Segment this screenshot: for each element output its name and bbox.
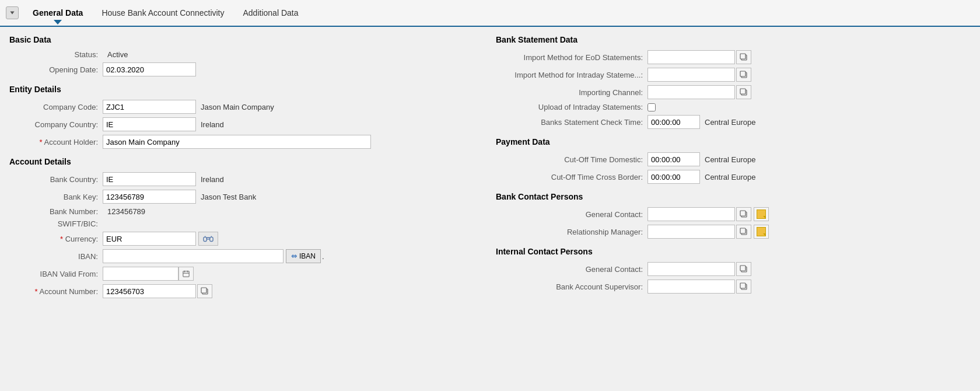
supervisor-label: Bank Account Supervisor: bbox=[496, 282, 648, 291]
bank-country-name: Ireland bbox=[196, 175, 224, 184]
cutoff-domestic-input[interactable] bbox=[648, 152, 700, 166]
tab-house-bank[interactable]: House Bank Account Connectivity bbox=[92, 4, 233, 22]
bank-number-label: Bank Number: bbox=[9, 207, 103, 216]
bank-general-contact-label: General Contact: bbox=[496, 210, 648, 219]
account-number-row: Account Number: bbox=[9, 284, 484, 298]
intraday-row: Import Method for Intraday Stateme...: bbox=[496, 68, 971, 82]
currency-label: Currency: bbox=[9, 235, 103, 243]
internal-general-contact-copy-button[interactable] bbox=[736, 262, 751, 276]
svg-rect-13 bbox=[740, 54, 746, 59]
internal-contact-section: Internal Contact Persons General Contact… bbox=[496, 247, 971, 294]
iban-valid-from-row: IBAN Valid From: bbox=[9, 267, 484, 281]
account-number-input[interactable] bbox=[103, 284, 196, 298]
company-country-name: Ireland bbox=[196, 120, 224, 129]
cutoff-domestic-label: Cut-Off Time Domestic: bbox=[496, 155, 648, 164]
intraday-copy-button[interactable] bbox=[736, 68, 751, 82]
note-icon-2 bbox=[757, 227, 766, 236]
intraday-input[interactable] bbox=[648, 68, 735, 82]
payment-data-title: Payment Data bbox=[496, 137, 971, 146]
bank-general-contact-note-button[interactable] bbox=[754, 207, 769, 221]
importing-channel-row: Importing Channel: bbox=[496, 85, 971, 99]
currency-picker-button[interactable] bbox=[198, 232, 218, 246]
svg-rect-25 bbox=[740, 283, 746, 288]
account-number-label: Account Number: bbox=[9, 287, 103, 296]
svg-rect-21 bbox=[740, 228, 746, 233]
svg-rect-3 bbox=[206, 238, 209, 239]
payment-data-section: Payment Data Cut-Off Time Domestic: Cent… bbox=[496, 137, 971, 184]
internal-general-contact-input[interactable] bbox=[648, 262, 735, 276]
iban-valid-from-label: IBAN Valid From: bbox=[9, 270, 103, 278]
main-content: Basic Data Status: Active Opening Date: … bbox=[0, 27, 980, 310]
svg-rect-23 bbox=[740, 266, 746, 271]
bank-contact-section: Bank Contact Persons General Contact: Re… bbox=[496, 192, 971, 239]
supervisor-row: Bank Account Supervisor: bbox=[496, 280, 971, 294]
iban-input[interactable] bbox=[103, 249, 284, 263]
relationship-manager-copy-button[interactable] bbox=[736, 225, 751, 239]
bank-general-contact-input[interactable] bbox=[648, 207, 735, 221]
bank-general-contact-copy-button[interactable] bbox=[736, 207, 751, 221]
status-label: Status: bbox=[9, 50, 103, 59]
iban-row: IBAN: ⇔ IBAN . bbox=[9, 249, 484, 263]
bank-country-label: Bank Country: bbox=[9, 175, 103, 184]
eod-input[interactable] bbox=[648, 50, 735, 64]
bank-contact-title: Bank Contact Persons bbox=[496, 192, 971, 201]
supervisor-copy-button[interactable] bbox=[736, 280, 751, 294]
upload-intraday-row: Upload of Intraday Statements: bbox=[496, 103, 971, 111]
company-country-input[interactable] bbox=[103, 117, 196, 131]
basic-data-section: Basic Data Status: Active Opening Date: bbox=[9, 35, 484, 76]
right-panel: Bank Statement Data Import Method for Eo… bbox=[496, 35, 971, 302]
account-holder-input[interactable] bbox=[103, 135, 371, 149]
svg-rect-19 bbox=[740, 211, 746, 216]
svg-rect-11 bbox=[201, 288, 206, 293]
account-number-copy-button[interactable] bbox=[197, 284, 212, 298]
status-row: Status: Active bbox=[9, 50, 484, 59]
currency-input[interactable] bbox=[103, 232, 196, 246]
swift-bic-label: SWIFT/BIC: bbox=[9, 219, 103, 228]
upload-intraday-label: Upload of Intraday Statements: bbox=[496, 103, 648, 111]
check-time-row: Banks Statement Check Time: Central Euro… bbox=[496, 115, 971, 129]
check-time-input[interactable] bbox=[648, 115, 700, 129]
relationship-manager-note-button[interactable] bbox=[754, 225, 769, 239]
intraday-label: Import Method for Intraday Stateme...: bbox=[496, 71, 648, 79]
svg-rect-6 bbox=[183, 271, 189, 277]
bank-key-name: Jason Test Bank bbox=[196, 193, 256, 201]
calendar-button[interactable] bbox=[178, 267, 194, 281]
importing-channel-copy-button[interactable] bbox=[736, 85, 751, 99]
eod-row: Import Method for EoD Statements: bbox=[496, 50, 971, 64]
bank-key-label: Bank Key: bbox=[9, 193, 103, 201]
relationship-manager-row: Relationship Manager: bbox=[496, 225, 971, 239]
tab-general-data[interactable]: General Data bbox=[23, 4, 92, 22]
cutoff-cross-input[interactable] bbox=[648, 170, 700, 184]
cutoff-cross-label: Cut-Off Time Cross Border: bbox=[496, 173, 648, 181]
relationship-manager-label: Relationship Manager: bbox=[496, 228, 648, 236]
relationship-manager-input[interactable] bbox=[648, 225, 735, 239]
cutoff-cross-row: Cut-Off Time Cross Border: Central Europ… bbox=[496, 170, 971, 184]
eod-copy-button[interactable] bbox=[736, 50, 751, 64]
upload-intraday-checkbox[interactable] bbox=[648, 103, 656, 111]
bank-country-input[interactable] bbox=[103, 172, 196, 186]
left-panel: Basic Data Status: Active Opening Date: … bbox=[9, 35, 484, 302]
internal-general-contact-row: General Contact: bbox=[496, 262, 971, 276]
note-icon bbox=[757, 210, 766, 219]
company-code-row: Company Code: Jason Main Company bbox=[9, 100, 484, 114]
tab-dropdown-button[interactable] bbox=[6, 6, 19, 19]
check-time-tz: Central Europe bbox=[700, 118, 755, 127]
bank-key-input[interactable] bbox=[103, 190, 196, 204]
cutoff-cross-tz: Central Europe bbox=[700, 173, 755, 181]
company-code-input[interactable] bbox=[103, 100, 196, 114]
cutoff-domestic-row: Cut-Off Time Domestic: Central Europe bbox=[496, 152, 971, 166]
iban-valid-from-input[interactable] bbox=[103, 267, 178, 281]
check-time-label: Banks Statement Check Time: bbox=[496, 118, 648, 127]
svg-rect-15 bbox=[740, 71, 746, 76]
tab-additional-data[interactable]: Additional Data bbox=[234, 4, 308, 22]
bank-statement-title: Bank Statement Data bbox=[496, 35, 971, 44]
iban-valid-from-wrapper bbox=[103, 267, 194, 281]
importing-channel-input[interactable] bbox=[648, 85, 735, 99]
internal-contact-title: Internal Contact Persons bbox=[496, 247, 971, 256]
opening-date-label: Opening Date: bbox=[9, 65, 103, 74]
supervisor-input[interactable] bbox=[648, 280, 735, 294]
internal-general-contact-label: General Contact: bbox=[496, 265, 648, 274]
iban-button[interactable]: ⇔ IBAN bbox=[286, 249, 321, 263]
opening-date-input[interactable] bbox=[103, 62, 196, 76]
company-country-label: Company Country: bbox=[9, 120, 103, 129]
